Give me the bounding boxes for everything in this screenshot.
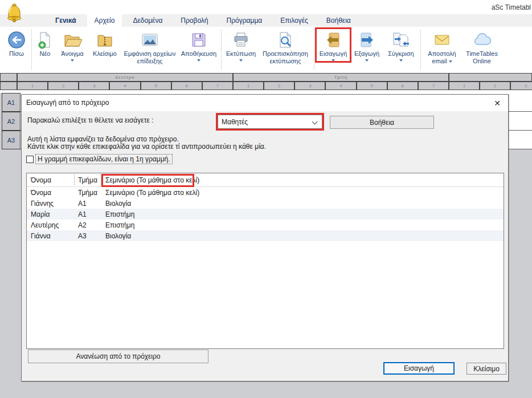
period-cell: 7 [202,82,233,90]
period-cell: 4 [325,82,356,90]
period-cell: 5 [141,82,171,90]
chevron-down-icon [312,119,318,125]
period-cell: 6 [387,82,418,90]
dropdown-caret[interactable] [332,59,335,62]
print-button[interactable]: Εκτύπωση [223,28,259,62]
tab-voitheia[interactable]: Βοήθεια [319,14,358,27]
period-cell: 1 [449,82,480,90]
toolbar-separator [31,29,32,70]
period-cell: 5 [357,82,387,90]
column-header-class[interactable]: Τμήμα [78,176,97,184]
dropdown-value: Μαθητές [222,118,248,126]
dialog-title: Εισαγωγή από το πρόχειρο [26,99,109,107]
asc-timetables-window: aSc Timetabl Γενικά Αρχείο Δεδομένα Προβ… [0,0,532,398]
period-cell: 2 [264,82,294,90]
compare-icon [391,29,411,50]
open-button[interactable]: Άνοιγμα [56,28,88,62]
select-type-label: Παρακαλώ επιλέξτε τι θέλετε να εισάγετε … [27,116,153,124]
dropdown-caret[interactable] [399,59,403,62]
asc-logo-bell-icon[interactable] [3,1,25,26]
help-button[interactable]: Βοήθεια [330,116,434,129]
tab-archeio[interactable]: Αρχείο [87,14,122,27]
toolbar-separator [420,29,421,70]
period-cell: 6 [171,82,202,90]
import-button[interactable]: Εισαγωγή [316,28,350,62]
header-row-checkbox[interactable] [26,156,34,163]
table-row[interactable]: Όνομα Τμήμα Σεμινάριο (Το μάθημα στο κελ… [27,187,504,198]
period-cell: 3 [79,82,109,90]
period-cell: 7 [418,82,449,90]
send-email-button[interactable]: Αποστολή email [423,28,461,65]
ribbon-tab-bar: Γενικά Αρχείο Δεδομένα Προβολή Πρόγραμμα… [0,14,532,27]
close-file-button[interactable]: Κλείσιμο [88,28,121,58]
class-row-label[interactable]: A3 [2,131,21,149]
red-highlight-box: Μαθητές [216,113,324,131]
period-cell: 1 [233,82,264,90]
print-preview-button[interactable]: Προεπισκόπηση εκτύπωσης [259,28,312,65]
column-header-seminar[interactable]: Σεμινάριο (Το μάθημα στο κελί) [105,176,199,184]
day-header-monday: Δευτέρα [17,73,233,82]
table-row[interactable]: Γιάννης A1 Βιολογία [27,198,504,209]
period-cell: 3 [510,82,532,90]
period-cell: 2 [48,82,79,90]
toolbar-separator [314,29,314,70]
compare-button[interactable]: Σύγκριση [383,28,419,62]
tab-dedomena[interactable]: Δεδομένα [125,14,170,27]
save-icon [190,29,208,50]
period-cell: 1 [17,82,48,90]
header-row-checkbox-label[interactable]: Η γραμμή επικεφαλίδων, είναι η 1η γραμμή… [35,154,173,164]
dialog-close-button[interactable]: Κλείσιμο [466,363,506,375]
column-header-name[interactable]: Όνομα [31,176,51,184]
export-button[interactable]: Εξαγωγή [350,28,383,62]
dropdown-caret[interactable] [365,59,369,62]
new-button[interactable]: Νέο [34,28,56,58]
import-from-clipboard-dialog: Εισαγωγή από το πρόχειρο ✕ Παρακαλώ επιλ… [21,94,509,381]
clipboard-data-list: Όνομα Τμήμα Σεμινάριο (Το μάθημα στο κελ… [26,173,504,349]
grid-corner-cell [0,73,17,82]
timetables-online-button[interactable]: TimeTables Online [461,28,502,65]
app-title: aSc Timetabl [492,3,531,11]
save-button[interactable]: Αποθήκευση [178,28,219,62]
import-icon [324,29,342,50]
period-cell: 2 [480,82,510,90]
back-button[interactable]: Πίσω [3,28,30,58]
period-row-tuesday: 1 2 3 4 5 6 7 [233,82,449,90]
class-row-label[interactable]: A2 [2,112,21,131]
toolbar-separator [221,29,222,70]
open-folder-icon [63,29,82,50]
close-icon[interactable]: ✕ [491,97,504,109]
export-icon [358,29,376,50]
cloud-icon [472,29,492,50]
demo-files-icon [141,29,159,50]
dialog-import-button[interactable]: Εισαγωγή [383,362,455,375]
period-row-third: 1 2 3 [449,82,532,90]
class-row-label[interactable]: A1 [2,93,21,112]
column-divider [74,174,75,185]
tab-genika[interactable]: Γενικά [48,14,84,27]
dropdown-caret[interactable] [449,60,452,63]
table-row[interactable]: Λευτέρης A2 Επιστήμη [27,220,504,230]
close-file-icon [95,29,114,50]
new-file-icon [36,29,54,50]
email-icon [433,29,451,50]
dropdown-caret[interactable] [71,59,74,62]
column-divider [101,174,101,185]
info-line-1: Αυτή η λίστα εμφανίζει τα δεδομένα στο π… [27,135,179,143]
refresh-from-clipboard-button[interactable]: Ανανέωση από το πρόχειρο [28,350,208,363]
day-header-tuesday: Τρίτη [233,73,449,82]
dropdown-caret[interactable] [239,59,243,62]
table-row[interactable]: Μαρία A1 Επιστήμη [27,209,504,220]
day-header-third [449,73,532,82]
tab-programma[interactable]: Πρόγραμμα [219,14,270,27]
dropdown-caret[interactable] [197,59,200,62]
import-type-dropdown[interactable]: Μαθητές [218,115,322,129]
period-cell: 4 [109,82,140,90]
show-demo-files-button[interactable]: Εμφάνιση αρχείων επίδειξης [121,28,178,65]
title-bar: aSc Timetabl [0,0,532,14]
info-line-2: Κάντε κλικ στην κάθε επικεφαλίδα για να … [27,143,266,151]
tab-provoli[interactable]: Προβολή [173,14,215,27]
tab-epiloges[interactable]: Επιλογές [273,14,316,27]
print-preview-icon [276,29,294,50]
back-icon [7,29,26,50]
table-row[interactable]: Γιάννα A3 Βιολογία [27,230,504,241]
